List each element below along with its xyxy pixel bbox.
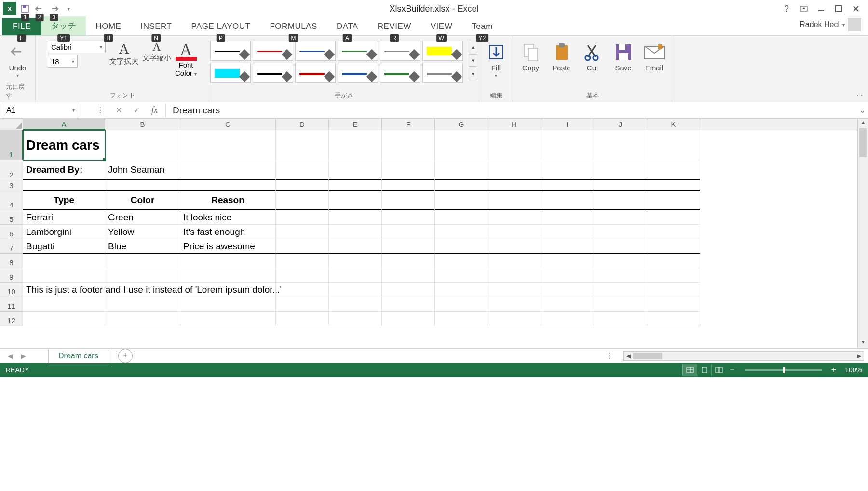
cell[interactable] [594, 239, 647, 254]
cell[interactable] [105, 130, 180, 160]
tab-view[interactable]: VIEWW [421, 18, 462, 35]
cell-A4[interactable]: Type [23, 191, 105, 210]
col-header[interactable]: B [105, 119, 180, 130]
pen-green-thick[interactable] [380, 63, 420, 83]
sheet-nav-next-icon[interactable]: ▶ [21, 352, 26, 360]
cell[interactable] [647, 191, 700, 210]
enter-formula-icon[interactable]: ✓ [134, 106, 140, 115]
cell[interactable] [488, 180, 541, 191]
cell[interactable] [594, 225, 647, 239]
cell-C5[interactable]: It looks nice [180, 210, 276, 225]
highlighter-cyan[interactable] [210, 63, 251, 83]
copy-button[interactable]: Copy [517, 41, 544, 73]
cell[interactable] [435, 239, 488, 254]
cell[interactable] [541, 130, 594, 160]
cell[interactable] [594, 160, 647, 180]
cell[interactable] [105, 180, 180, 191]
cell[interactable] [435, 225, 488, 239]
cell[interactable] [541, 180, 594, 191]
cell[interactable] [541, 160, 594, 180]
highlighter-yellow[interactable] [422, 41, 463, 61]
cell[interactable] [647, 130, 700, 160]
sheet-split-icon[interactable]: ⋮ [600, 351, 619, 360]
pen-gallery-down-icon[interactable]: ▾ [469, 54, 477, 67]
cell[interactable] [329, 225, 382, 239]
cell[interactable] [382, 225, 435, 239]
ribbon-display-icon[interactable] [798, 2, 810, 15]
cell[interactable] [647, 312, 700, 326]
tab-data[interactable]: DATAA [327, 18, 368, 35]
new-sheet-button[interactable]: + [118, 349, 133, 363]
cell[interactable] [541, 254, 594, 268]
cell-C4[interactable]: Reason [180, 191, 276, 210]
sheet-tab[interactable]: Dream cars [48, 350, 108, 363]
cell[interactable] [23, 180, 105, 191]
cell[interactable] [382, 268, 435, 283]
formula-dots-icon[interactable]: ⋮ [96, 106, 104, 115]
row-header[interactable]: 11 [0, 297, 23, 312]
scroll-up-icon[interactable]: ▴ [858, 119, 868, 128]
row-header[interactable]: 7 [0, 239, 23, 254]
close-icon[interactable] [850, 2, 862, 15]
cell[interactable] [594, 283, 647, 297]
cell[interactable] [382, 130, 435, 160]
collapse-ribbon-icon[interactable]: ︿ [856, 90, 863, 99]
cell[interactable] [180, 297, 276, 312]
cell[interactable] [23, 268, 105, 283]
decrease-font-button[interactable]: A文字縮小 [142, 41, 171, 63]
col-header[interactable]: F [382, 119, 435, 130]
pen-red-thin[interactable] [253, 41, 293, 61]
col-header[interactable]: G [435, 119, 488, 130]
cell[interactable] [541, 283, 594, 297]
cell[interactable] [382, 312, 435, 326]
pen-blue-thin[interactable] [295, 41, 336, 61]
font-size-select[interactable]: 18▾ [48, 55, 78, 68]
cell[interactable] [276, 283, 329, 297]
pen-gray-thick[interactable] [422, 63, 463, 83]
cell[interactable] [488, 191, 541, 210]
cell[interactable] [435, 130, 488, 160]
cell[interactable] [488, 283, 541, 297]
cell[interactable] [329, 130, 382, 160]
row-header[interactable]: 5 [0, 210, 23, 225]
qat-customize-icon[interactable]: ▾ [63, 3, 74, 14]
cell[interactable] [329, 254, 382, 268]
cell-A2[interactable]: Dreamed By: [23, 160, 105, 180]
cell[interactable] [382, 160, 435, 180]
tab-review[interactable]: REVIEWR [368, 18, 421, 35]
qat-undo-icon[interactable]: 2 [34, 3, 45, 14]
cell-B5[interactable]: Green [105, 210, 180, 225]
row-header[interactable]: 12 [0, 312, 23, 326]
cell[interactable] [276, 239, 329, 254]
cell-A1[interactable]: Dream cars [23, 130, 105, 160]
save-button[interactable]: Save [610, 41, 637, 73]
cell[interactable] [435, 312, 488, 326]
cell[interactable] [382, 283, 435, 297]
cell[interactable] [435, 283, 488, 297]
cell[interactable] [105, 297, 180, 312]
cell[interactable] [647, 268, 700, 283]
row-header[interactable]: 8 [0, 254, 23, 268]
horizontal-scrollbar[interactable]: ◀ ▶ [623, 351, 864, 361]
cell[interactable] [180, 180, 276, 191]
scroll-right-icon[interactable]: ▶ [854, 353, 864, 359]
cell[interactable] [105, 268, 180, 283]
formula-input[interactable]: Dream cars [166, 105, 856, 116]
cell[interactable] [435, 297, 488, 312]
scroll-down-icon[interactable]: ▾ [858, 339, 868, 348]
cell[interactable] [180, 254, 276, 268]
tab-touch[interactable]: タッチY1 [41, 16, 86, 35]
cell[interactable] [329, 160, 382, 180]
cell-B7[interactable]: Blue [105, 239, 180, 254]
pen-gallery-more-icon[interactable]: ▾ [469, 68, 477, 80]
cell[interactable] [382, 254, 435, 268]
cell-A7[interactable]: Bugatti [23, 239, 105, 254]
cell[interactable] [329, 268, 382, 283]
row-header[interactable]: 6 [0, 225, 23, 239]
cell[interactable] [180, 312, 276, 326]
cell[interactable] [180, 268, 276, 283]
font-color-button[interactable]: A FontColor ▾ [175, 41, 197, 77]
cell[interactable] [435, 180, 488, 191]
cell[interactable] [488, 254, 541, 268]
cell[interactable] [23, 312, 105, 326]
